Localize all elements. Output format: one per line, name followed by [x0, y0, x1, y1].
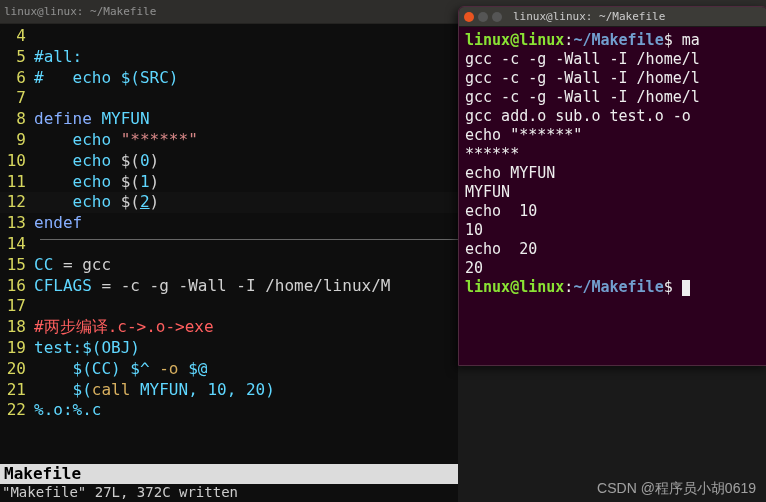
line-text[interactable]	[34, 26, 458, 47]
line-text[interactable]: CC = gcc	[34, 255, 458, 276]
terminal-line: ******	[465, 145, 761, 164]
code-area[interactable]: 45#all:6# echo $(SRC)78define MYFUN9 ech…	[0, 24, 458, 421]
line-text[interactable]: echo $(0)	[34, 151, 458, 172]
line-text[interactable]: #两步编译.c->.o->exe	[34, 317, 458, 338]
line-number: 8	[0, 109, 34, 130]
line-text[interactable]: %.o:%.c	[34, 400, 458, 421]
code-line[interactable]: 5#all:	[0, 47, 458, 68]
terminal-titlebar[interactable]: linux@linux: ~/Makefile	[459, 7, 766, 27]
code-line[interactable]: 19test:$(OBJ)	[0, 338, 458, 359]
terminal-line: echo 20	[465, 240, 761, 259]
line-number: 21	[0, 380, 34, 401]
line-number: 6	[0, 68, 34, 89]
line-number: 5	[0, 47, 34, 68]
terminal-line: gcc add.o sub.o test.o -o	[465, 107, 761, 126]
line-text[interactable]: echo "******"	[34, 130, 458, 151]
maximize-icon[interactable]	[492, 12, 502, 22]
line-text[interactable]	[34, 88, 458, 109]
code-line[interactable]: 8define MYFUN	[0, 109, 458, 130]
window-controls	[459, 12, 507, 22]
terminal-window[interactable]: linux@linux: ~/Makefile linux@linux:~/Ma…	[458, 6, 766, 366]
code-line[interactable]: 15CC = gcc	[0, 255, 458, 276]
line-text[interactable]: test:$(OBJ)	[34, 338, 458, 359]
code-line[interactable]: 14	[0, 234, 458, 255]
line-text[interactable]: $(CC) $^ -o $@	[34, 359, 458, 380]
line-number: 7	[0, 88, 34, 109]
terminal-line: gcc -c -g -Wall -I /home/l	[465, 69, 761, 88]
line-number: 12	[0, 192, 34, 213]
line-number: 4	[0, 26, 34, 47]
terminal-body[interactable]: linux@linux:~/Makefile$ magcc -c -g -Wal…	[459, 27, 766, 301]
line-text[interactable]	[34, 296, 458, 317]
line-text[interactable]	[34, 234, 458, 255]
code-line[interactable]: 22%.o:%.c	[0, 400, 458, 421]
minimize-icon[interactable]	[478, 12, 488, 22]
code-line[interactable]: 7	[0, 88, 458, 109]
line-number: 15	[0, 255, 34, 276]
code-line[interactable]: 18#两步编译.c->.o->exe	[0, 317, 458, 338]
line-number: 16	[0, 276, 34, 297]
line-text[interactable]: #all:	[34, 47, 458, 68]
code-line[interactable]: 16CFLAGS = -c -g -Wall -I /home/linux/M	[0, 276, 458, 297]
close-icon[interactable]	[464, 12, 474, 22]
terminal-line: gcc -c -g -Wall -I /home/l	[465, 50, 761, 69]
line-number: 17	[0, 296, 34, 317]
vim-statusbar: Makefile	[0, 464, 458, 484]
code-line[interactable]: 20 $(CC) $^ -o $@	[0, 359, 458, 380]
line-text[interactable]: CFLAGS = -c -g -Wall -I /home/linux/M	[34, 276, 458, 297]
terminal-line: echo "******"	[465, 126, 761, 145]
code-line[interactable]: 6# echo $(SRC)	[0, 68, 458, 89]
terminal-line: MYFUN	[465, 183, 761, 202]
code-line[interactable]: 12 echo $(2)	[0, 192, 458, 213]
watermark: CSDN @程序员小胡0619	[597, 480, 756, 498]
terminal-line: gcc -c -g -Wall -I /home/l	[465, 88, 761, 107]
line-number: 20	[0, 359, 34, 380]
line-text[interactable]: # echo $(SRC)	[34, 68, 458, 89]
code-line[interactable]: 10 echo $(0)	[0, 151, 458, 172]
terminal-line: echo 10	[465, 202, 761, 221]
code-line[interactable]: 13endef	[0, 213, 458, 234]
terminal-line: linux@linux:~/Makefile$ ma	[465, 31, 761, 50]
cursor-underline	[40, 239, 458, 240]
terminal-title-text: linux@linux: ~/Makefile	[513, 10, 665, 23]
line-number: 10	[0, 151, 34, 172]
line-text[interactable]: endef	[34, 213, 458, 234]
line-number: 14	[0, 234, 34, 255]
line-number: 18	[0, 317, 34, 338]
code-line[interactable]: 9 echo "******"	[0, 130, 458, 151]
line-number: 19	[0, 338, 34, 359]
code-line[interactable]: 4	[0, 26, 458, 47]
line-number: 13	[0, 213, 34, 234]
terminal-line: echo MYFUN	[465, 164, 761, 183]
terminal-cursor	[682, 280, 690, 296]
code-line[interactable]: 11 echo $(1)	[0, 172, 458, 193]
terminal-line: 20	[465, 259, 761, 278]
code-line[interactable]: 17	[0, 296, 458, 317]
editor-pane[interactable]: 45#all:6# echo $(SRC)78define MYFUN9 ech…	[0, 24, 458, 502]
vim-cmdline: "Makefile" 27L, 372C written	[0, 484, 238, 502]
line-text[interactable]: echo $(1)	[34, 172, 458, 193]
line-number: 11	[0, 172, 34, 193]
line-text[interactable]: echo $(2)	[34, 192, 458, 213]
desktop: linux@linux: ~/Makefile 45#all:6# echo $…	[0, 0, 766, 502]
code-line[interactable]: 21 $(call MYFUN, 10, 20)	[0, 380, 458, 401]
line-number: 22	[0, 400, 34, 421]
topbar-title: linux@linux: ~/Makefile	[4, 5, 156, 18]
terminal-line: linux@linux:~/Makefile$	[465, 278, 761, 297]
line-text[interactable]: define MYFUN	[34, 109, 458, 130]
terminal-line: 10	[465, 221, 761, 240]
line-text[interactable]: $(call MYFUN, 10, 20)	[34, 380, 458, 401]
line-number: 9	[0, 130, 34, 151]
